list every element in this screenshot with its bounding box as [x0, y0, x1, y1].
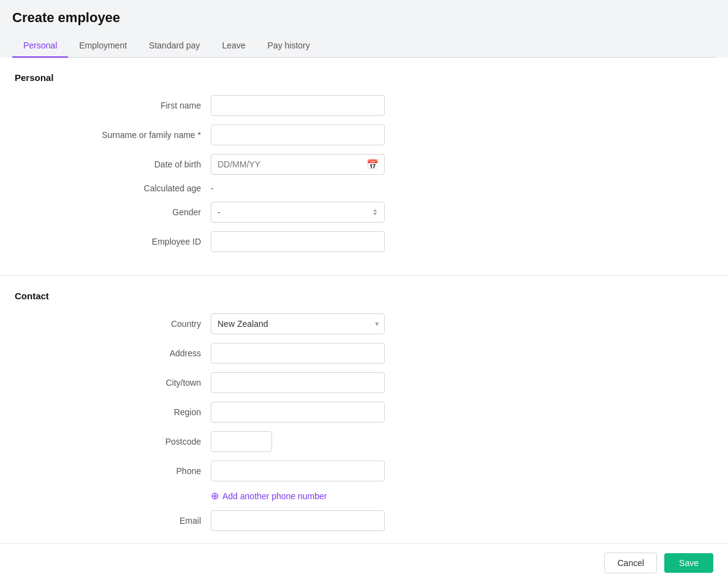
- surname-row: Surname or family name *: [15, 124, 713, 145]
- app-header: Create employee Personal Employment Stan…: [0, 0, 728, 58]
- phone-label: Phone: [15, 466, 211, 476]
- first-name-input[interactable]: [211, 95, 385, 116]
- country-row: Country New Zealand Australia United Sta…: [15, 313, 713, 334]
- calculated-age-value: -: [211, 183, 214, 193]
- email-label: Email: [15, 516, 211, 526]
- tab-pay-history[interactable]: Pay history: [257, 34, 321, 58]
- page-title: Create employee: [12, 10, 716, 26]
- postcode-label: Postcode: [15, 437, 211, 446]
- country-select[interactable]: New Zealand Australia United States Unit…: [211, 313, 385, 334]
- city-label: City/town: [15, 378, 211, 388]
- plus-circle-icon: ⊕: [211, 490, 219, 502]
- tab-employment[interactable]: Employment: [68, 34, 138, 58]
- dob-wrapper: 📅: [211, 154, 385, 175]
- employee-id-label: Employee ID: [15, 237, 211, 247]
- cancel-button[interactable]: Cancel: [604, 553, 657, 573]
- gender-row: Gender - Male Female Other: [15, 202, 713, 223]
- dob-label: Date of birth: [15, 159, 211, 169]
- tab-leave[interactable]: Leave: [211, 34, 256, 58]
- employee-id-row: Employee ID: [15, 231, 713, 252]
- personal-section: Personal First name Surname or family na…: [0, 58, 728, 276]
- city-row: City/town: [15, 372, 713, 393]
- gender-label: Gender: [15, 207, 211, 217]
- email-input[interactable]: [211, 510, 385, 531]
- country-wrapper: New Zealand Australia United States Unit…: [211, 313, 385, 334]
- surname-input[interactable]: [211, 124, 385, 145]
- calculated-age-label: Calculated age: [15, 183, 211, 193]
- region-row: Region: [15, 402, 713, 423]
- tab-personal[interactable]: Personal: [12, 34, 68, 58]
- calculated-age-row: Calculated age -: [15, 183, 713, 193]
- save-button[interactable]: Save: [664, 553, 713, 573]
- phone-row: Phone: [15, 461, 713, 481]
- region-label: Region: [15, 407, 211, 417]
- add-phone-button[interactable]: ⊕ Add another phone number: [211, 490, 713, 502]
- phone-input[interactable]: [211, 461, 385, 481]
- employee-id-input[interactable]: [211, 231, 385, 252]
- add-phone-label: Add another phone number: [222, 491, 327, 501]
- first-name-label: First name: [15, 101, 211, 110]
- address-label: Address: [15, 348, 211, 358]
- gender-select[interactable]: - Male Female Other: [211, 202, 385, 223]
- city-input[interactable]: [211, 372, 385, 393]
- footer: Cancel Save: [0, 543, 728, 582]
- dob-row: Date of birth 📅: [15, 154, 713, 175]
- tab-bar: Personal Employment Standard pay Leave P…: [12, 34, 716, 58]
- country-label: Country: [15, 319, 211, 329]
- region-input[interactable]: [211, 402, 385, 423]
- main-content: Personal First name Surname or family na…: [0, 58, 728, 543]
- email-row: Email: [15, 510, 713, 531]
- address-row: Address: [15, 343, 713, 364]
- surname-label: Surname or family name *: [15, 130, 211, 140]
- first-name-row: First name: [15, 95, 713, 116]
- postcode-input[interactable]: [211, 431, 272, 452]
- tab-standard-pay[interactable]: Standard pay: [138, 34, 211, 58]
- personal-section-title: Personal: [15, 72, 713, 83]
- postcode-row: Postcode: [15, 431, 713, 452]
- contact-section: Contact Country New Zealand Australia Un…: [0, 276, 728, 543]
- contact-section-title: Contact: [15, 291, 713, 301]
- address-input[interactable]: [211, 343, 385, 364]
- dob-input[interactable]: [211, 154, 385, 175]
